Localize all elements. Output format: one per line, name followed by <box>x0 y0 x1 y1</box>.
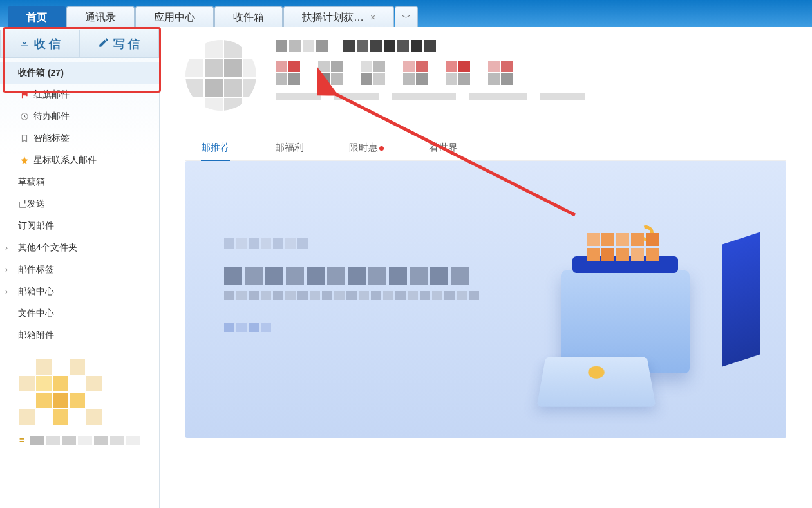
folder-label: 草稿箱 <box>18 176 45 188</box>
folder-label: 邮件标签 <box>18 264 54 276</box>
content-tab-deals[interactable]: 限时惠 <box>349 136 384 160</box>
folder-label: 其他4个文件夹 <box>18 242 77 254</box>
tab-inbox[interactable]: 收件箱 <box>214 6 283 27</box>
notification-dot-icon <box>379 146 384 151</box>
sidebar: 收 信 写 信 收件箱 (27) 红旗邮件 待办邮件 <box>0 27 160 508</box>
receive-mail-button[interactable]: 收 信 <box>0 30 79 58</box>
tab-label: 应用中心 <box>154 7 195 28</box>
tab-label: 限时惠 <box>349 142 378 153</box>
content-tab-recommend[interactable]: 邮推荐 <box>201 136 230 160</box>
sidebar-item-smarttags[interactable]: 智能标签 <box>0 127 159 149</box>
sidebar-item-subscriptions[interactable]: 订阅邮件 <box>0 215 159 237</box>
tab-label: 首页 <box>26 7 47 28</box>
folder-label: 邮箱中心 <box>18 286 54 297</box>
folder-label: 邮箱附件 <box>18 330 54 341</box>
sidebar-item-sent[interactable]: 已发送 <box>0 193 159 215</box>
tab-home[interactable]: 首页 <box>8 6 66 27</box>
sidebar-item-drafts[interactable]: 草稿箱 <box>0 171 159 193</box>
button-label: 写 信 <box>113 36 140 52</box>
sidebar-item-mail-tags[interactable]: › 邮件标签 <box>0 259 159 281</box>
content-tab-world[interactable]: 看世界 <box>429 136 458 160</box>
download-icon <box>19 37 30 52</box>
chevron-right-icon: › <box>5 287 8 296</box>
folder-count: (27) <box>48 68 64 78</box>
tab-label: 收件箱 <box>233 7 264 28</box>
button-label: 收 信 <box>34 36 61 52</box>
tab-label: 看世界 <box>429 142 458 153</box>
top-tab-bar: 首页 通讯录 应用中心 收件箱 扶摇计划获… × ﹀ <box>0 0 812 27</box>
tab-label: 通讯录 <box>85 7 116 28</box>
banner-illustration <box>535 200 741 419</box>
folder-label: 星标联系人邮件 <box>33 155 97 166</box>
folder-label: 收件箱 <box>18 67 45 79</box>
sidebar-item-file-center[interactable]: 文件中心 <box>0 303 159 325</box>
folder-label: 待办邮件 <box>33 111 70 122</box>
main-content: 邮推荐 邮福利 限时惠 看世界 <box>160 27 812 508</box>
sidebar-item-inbox[interactable]: 收件箱 (27) <box>0 62 159 84</box>
folder-label: 红旗邮件 <box>33 89 70 100</box>
tab-overflow-menu[interactable]: ﹀ <box>395 6 418 27</box>
banner-text-censored <box>224 238 507 332</box>
sidebar-item-starred[interactable]: 星标联系人邮件 <box>0 149 159 171</box>
content-tab-benefits[interactable]: 邮福利 <box>275 136 304 160</box>
sidebar-item-todo[interactable]: 待办邮件 <box>0 106 159 127</box>
edit-icon <box>98 37 109 52</box>
tab-appcenter[interactable]: 应用中心 <box>135 6 214 27</box>
folder-list: 收件箱 (27) 红旗邮件 待办邮件 智能标签 星标联系人邮件 草稿箱 <box>0 58 159 346</box>
tab-label: 邮推荐 <box>201 142 230 153</box>
folder-label: 智能标签 <box>33 133 70 144</box>
content-nav: 邮推荐 邮福利 限时惠 看世界 <box>185 136 786 161</box>
folder-label: 文件中心 <box>18 308 54 319</box>
sidebar-item-flagged[interactable]: 红旗邮件 <box>0 84 159 106</box>
sidebar-item-other-folders[interactable]: › 其他4个文件夹 <box>0 237 159 259</box>
folder-label: 已发送 <box>18 198 45 210</box>
sidebar-promo-censored: = <box>19 359 122 446</box>
clock-icon <box>18 112 31 121</box>
chevron-right-icon: › <box>5 265 8 274</box>
star-icon <box>18 156 31 165</box>
equals-icon: = <box>19 435 24 446</box>
profile-header-censored <box>185 40 786 111</box>
sidebar-item-mail-center[interactable]: › 邮箱中心 <box>0 281 159 303</box>
tab-label: 邮福利 <box>275 142 304 153</box>
sidebar-item-attachments[interactable]: 邮箱附件 <box>0 325 159 346</box>
avatar-censored <box>185 40 256 111</box>
chevron-right-icon: › <box>5 243 8 252</box>
tab-contacts[interactable]: 通讯录 <box>66 6 135 27</box>
chevron-down-icon: ﹀ <box>402 7 411 28</box>
compose-mail-button[interactable]: 写 信 <box>79 30 159 58</box>
promo-banner[interactable] <box>185 161 786 438</box>
tab-label: 扶摇计划获… <box>302 7 364 28</box>
bookmark-icon <box>18 134 31 143</box>
flag-icon <box>18 90 31 99</box>
folder-label: 订阅邮件 <box>18 220 54 232</box>
tab-fuyao[interactable]: 扶摇计划获… × <box>283 6 394 27</box>
sidebar-top-actions: 收 信 写 信 <box>0 30 159 58</box>
close-icon[interactable]: × <box>370 7 375 28</box>
